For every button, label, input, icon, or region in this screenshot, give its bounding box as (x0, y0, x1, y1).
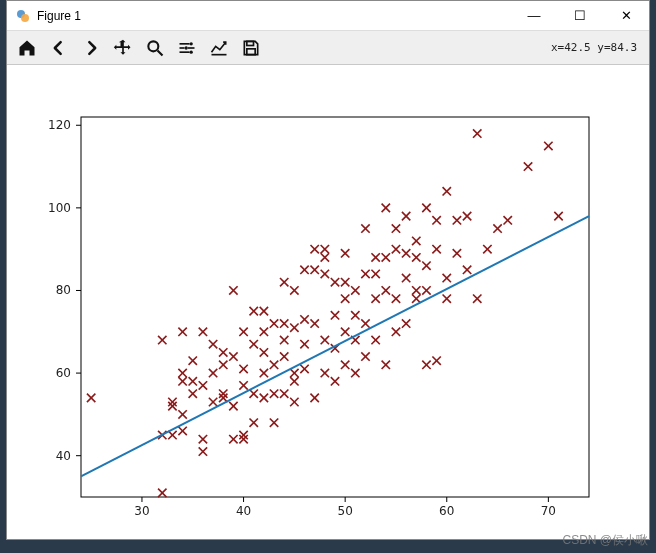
svg-text:60: 60 (439, 504, 454, 518)
maximize-button[interactable]: ☐ (557, 1, 603, 30)
home-button[interactable] (13, 34, 41, 62)
zoom-button[interactable] (141, 34, 169, 62)
svg-text:40: 40 (236, 504, 251, 518)
svg-point-2 (148, 41, 158, 51)
svg-text:40: 40 (56, 449, 71, 463)
coord-readout: x=42.5 y=84.3 (551, 41, 643, 54)
svg-rect-12 (247, 41, 254, 45)
svg-text:60: 60 (56, 366, 71, 380)
figure-window: Figure 1 — ☐ ✕ x=42. (6, 0, 650, 540)
svg-point-5 (190, 42, 193, 45)
toolbar: x=42.5 y=84.3 (7, 31, 649, 65)
edit-button[interactable] (205, 34, 233, 62)
back-button[interactable] (45, 34, 73, 62)
app-icon (15, 8, 31, 24)
svg-text:100: 100 (48, 201, 71, 215)
plot-svg: 3040506070406080100120 (7, 65, 649, 539)
svg-line-3 (158, 50, 163, 55)
minimize-button[interactable]: — (511, 1, 557, 30)
subplots-button[interactable] (173, 34, 201, 62)
window-controls: — ☐ ✕ (511, 1, 649, 30)
save-button[interactable] (237, 34, 265, 62)
titlebar: Figure 1 — ☐ ✕ (7, 1, 649, 31)
svg-rect-13 (247, 48, 255, 54)
svg-text:120: 120 (48, 118, 71, 132)
svg-point-7 (185, 46, 188, 49)
svg-point-1 (21, 14, 29, 22)
figure-canvas[interactable]: 3040506070406080100120 (7, 65, 649, 539)
watermark: CSDN @侯小啾 (562, 532, 648, 549)
pan-button[interactable] (109, 34, 137, 62)
svg-text:50: 50 (338, 504, 353, 518)
forward-button[interactable] (77, 34, 105, 62)
close-button[interactable]: ✕ (603, 1, 649, 30)
svg-point-10 (190, 50, 193, 53)
svg-text:30: 30 (134, 504, 149, 518)
svg-text:80: 80 (56, 283, 71, 297)
svg-rect-14 (81, 117, 589, 497)
window-title: Figure 1 (37, 9, 511, 23)
svg-text:70: 70 (541, 504, 556, 518)
